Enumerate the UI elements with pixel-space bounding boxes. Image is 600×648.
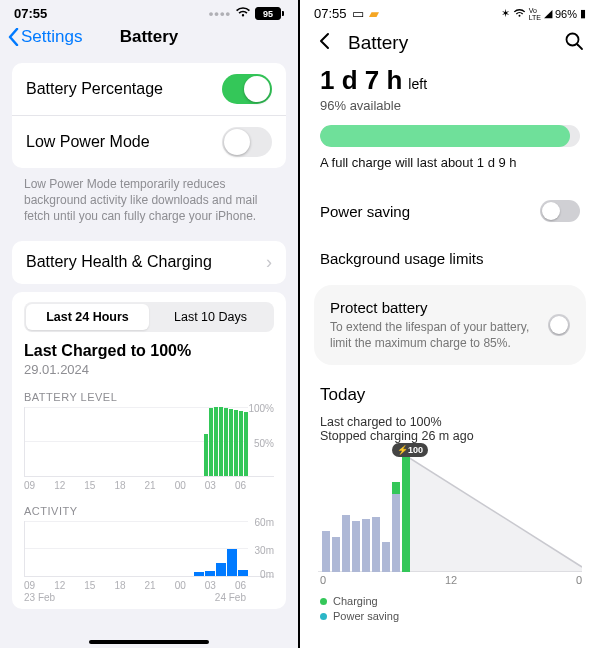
- low-power-footnote: Low Power Mode temporarily reduces backg…: [0, 176, 298, 233]
- signal-icon: ◢: [544, 7, 552, 20]
- svg-rect-8: [352, 521, 360, 572]
- android-navbar: Battery: [300, 23, 600, 59]
- usage-card: Last 24 Hours Last 10 Days Last Charged …: [12, 292, 286, 609]
- svg-rect-7: [342, 515, 350, 572]
- battery-level-label: BATTERY LEVEL: [24, 391, 274, 403]
- tab-last-10d[interactable]: Last 10 Days: [149, 304, 272, 330]
- svg-rect-11: [382, 542, 390, 572]
- svg-rect-5: [322, 531, 330, 572]
- row-label: Power saving: [320, 203, 410, 220]
- row-label: Background usage limits: [320, 250, 483, 267]
- cellular-dots-icon: ••••: [209, 6, 231, 21]
- time-left: 1 d 7 h left: [320, 65, 580, 96]
- today-heading: Today: [320, 385, 580, 405]
- battery-icon: 95: [255, 7, 284, 20]
- svg-rect-10: [372, 517, 380, 572]
- charge-callout: ⚡100: [392, 443, 428, 457]
- svg-point-0: [567, 34, 579, 46]
- back-button[interactable]: [316, 32, 334, 54]
- today-line1: Last charged to 100%: [320, 415, 580, 429]
- ios-statusbar: 07:55 •••• 95: [0, 0, 298, 23]
- battery-level-chart: 100% 50%: [24, 407, 274, 477]
- full-charge-note: A full charge will last about 1 d 9 h: [320, 155, 580, 170]
- today-legend: Charging Power saving: [300, 586, 600, 628]
- svg-line-1: [578, 45, 583, 50]
- back-label: Settings: [21, 27, 82, 47]
- wifi-icon: [513, 8, 526, 20]
- row-label: Battery Health & Charging: [26, 253, 212, 271]
- y-tick: 30m: [255, 545, 274, 556]
- row-label: Low Power Mode: [26, 133, 150, 151]
- search-icon[interactable]: [564, 31, 584, 55]
- protect-battery-card[interactable]: Protect battery To extend the lifespan o…: [314, 285, 586, 365]
- svg-rect-12: [392, 494, 400, 572]
- activity-chart: 60m 30m 0m: [24, 521, 274, 577]
- svg-rect-14: [402, 457, 410, 572]
- back-button[interactable]: Settings: [8, 27, 82, 47]
- activity-label: ACTIVITY: [24, 505, 274, 517]
- page-title: Battery: [348, 32, 408, 54]
- svg-rect-6: [332, 537, 340, 572]
- row-label: Battery Percentage: [26, 80, 163, 98]
- volte-icon: VoLTE: [529, 7, 541, 21]
- health-card: Battery Health & Charging ›: [12, 241, 286, 284]
- today-x-ticks: 0120: [318, 574, 582, 586]
- y-tick: 60m: [255, 517, 274, 528]
- home-indicator[interactable]: [89, 640, 209, 644]
- protect-battery-toggle[interactable]: [548, 314, 570, 336]
- protect-sub: To extend the lifespan of your battery, …: [330, 319, 536, 351]
- x-ticks: 0912151821000306: [24, 580, 274, 591]
- weather-icon: ▰: [369, 6, 379, 21]
- ios-screen: 07:55 •••• 95 Settings Battery Battery P…: [0, 0, 300, 648]
- low-power-mode-row[interactable]: Low Power Mode: [12, 115, 286, 168]
- battery-icon: ▮: [580, 7, 586, 20]
- x-dates: 23 Feb24 Feb: [24, 592, 274, 603]
- battery-percentage-toggle[interactable]: [222, 74, 272, 104]
- last-charged-title: Last Charged to 100%: [24, 342, 274, 360]
- ios-navbar: Settings Battery: [0, 23, 298, 55]
- android-screen: 07:55 ▭ ▰ ✶ VoLTE ◢ 96% ▮ Battery 1 d 7: [300, 0, 600, 648]
- android-statusbar: 07:55 ▭ ▰ ✶ VoLTE ◢ 96% ▮: [300, 0, 600, 23]
- svg-rect-9: [362, 519, 370, 572]
- power-saving-toggle[interactable]: [540, 200, 580, 222]
- low-power-mode-toggle[interactable]: [222, 127, 272, 157]
- last-charged-date: 29.01.2024: [24, 362, 274, 377]
- android-time: 07:55: [314, 6, 347, 21]
- today-chart: ⚡100: [318, 457, 582, 572]
- chevron-right-icon: ›: [266, 252, 272, 273]
- svg-rect-13: [392, 482, 400, 494]
- wifi-icon: [235, 6, 251, 21]
- y-tick: 100%: [248, 403, 274, 414]
- x-ticks: 0912151821000306: [24, 480, 274, 491]
- battery-bar-fill: [320, 125, 570, 147]
- bg-usage-limits-row[interactable]: Background usage limits: [300, 236, 600, 281]
- y-tick: 50%: [254, 438, 274, 449]
- ios-time: 07:55: [14, 6, 47, 21]
- battery-pct: 96%: [555, 8, 577, 20]
- hero-block: 1 d 7 h left 96% available A full charge…: [300, 59, 600, 186]
- power-saving-row[interactable]: Power saving: [300, 186, 600, 236]
- y-tick: 0m: [260, 569, 274, 580]
- bluetooth-icon: ✶: [501, 7, 510, 20]
- today-block: Today Last charged to 100% Stopped charg…: [300, 369, 600, 443]
- pct-available: 96% available: [320, 98, 580, 113]
- settings-card: Battery Percentage Low Power Mode: [12, 63, 286, 168]
- battery-percentage-row[interactable]: Battery Percentage: [12, 63, 286, 115]
- gallery-icon: ▭: [352, 6, 364, 21]
- today-line2: Stopped charging 26 m ago: [320, 429, 580, 443]
- battery-health-row[interactable]: Battery Health & Charging ›: [12, 241, 286, 284]
- time-range-segmented[interactable]: Last 24 Hours Last 10 Days: [24, 302, 274, 332]
- tab-last-24h[interactable]: Last 24 Hours: [26, 304, 149, 330]
- protect-title: Protect battery: [330, 299, 536, 316]
- battery-bar: [320, 125, 580, 147]
